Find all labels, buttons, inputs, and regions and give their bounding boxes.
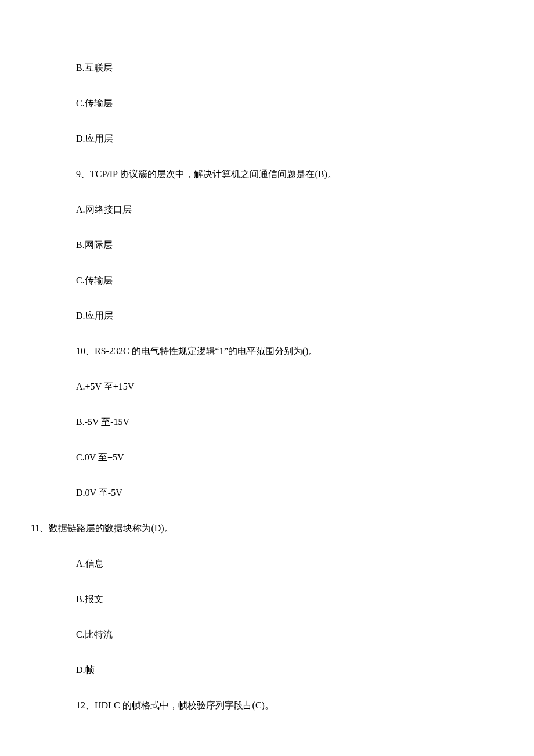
document-content: B.互联层C.传输层D.应用层9、TCP/IP 协议簇的层次中，解决计算机之间通… — [76, 61, 476, 712]
text-line: A.网络接口层 — [76, 203, 476, 217]
text-line: 9、TCP/IP 协议簇的层次中，解决计算机之间通信问题是在(B)。 — [76, 167, 476, 181]
text-line: C.0V 至+5V — [76, 451, 476, 465]
text-line: D.应用层 — [76, 132, 476, 146]
text-line: D.0V 至-5V — [76, 486, 476, 500]
text-line: B.网际层 — [76, 238, 476, 252]
text-line: B.互联层 — [76, 61, 476, 75]
text-line: D.帧 — [76, 663, 476, 677]
text-line: C.传输层 — [76, 273, 476, 287]
text-line: 10、RS-232C 的电气特性规定逻辑“1”的电平范围分别为()。 — [76, 344, 476, 358]
text-line: C.比特流 — [76, 628, 476, 642]
text-line: A.+5V 至+15V — [76, 380, 476, 394]
text-line: A.信息 — [76, 557, 476, 571]
text-line: 11、数据链路层的数据块称为(D)。 — [31, 521, 476, 535]
text-line: 12、HDLC 的帧格式中，帧校验序列字段占(C)。 — [76, 699, 476, 712]
text-line: B.报文 — [76, 592, 476, 606]
text-line: D.应用层 — [76, 309, 476, 323]
text-line: C.传输层 — [76, 96, 476, 110]
text-line: B.-5V 至-15V — [76, 415, 476, 429]
